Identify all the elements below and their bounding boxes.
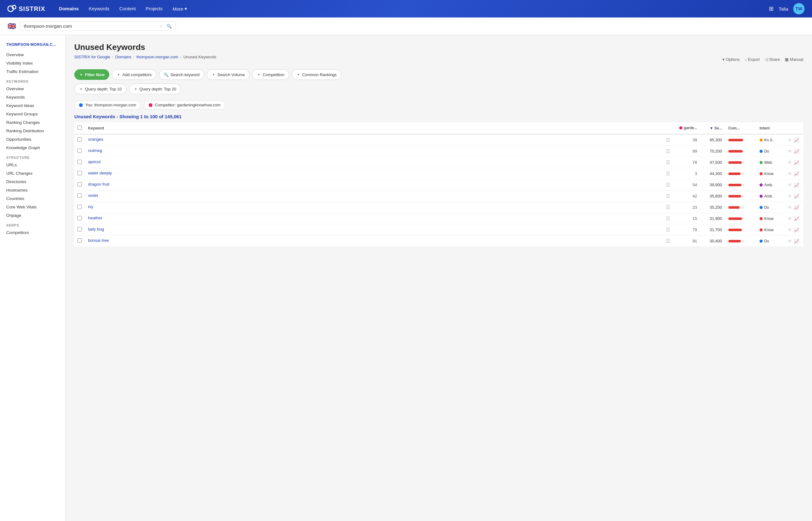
list-icon[interactable]: ☰ — [666, 216, 670, 222]
eye-icon[interactable]: 👁 — [788, 205, 792, 210]
add-competitors-button[interactable]: ＋ Add competitors — [112, 69, 156, 80]
sidebar-item-urls[interactable]: URLs — [0, 161, 65, 169]
list-icon[interactable]: ☰ — [666, 171, 670, 177]
share-button[interactable]: ◁ Share — [765, 57, 780, 62]
sidebar-item-directories[interactable]: Directories — [0, 178, 65, 186]
eye-icon[interactable]: 👁 — [788, 160, 792, 165]
row-checkbox-cell[interactable] — [74, 146, 85, 157]
nav-projects[interactable]: Projects — [142, 3, 167, 14]
row-checkbox-cell[interactable] — [74, 157, 85, 168]
row-checkbox[interactable] — [78, 216, 82, 220]
row-checkbox[interactable] — [78, 194, 82, 198]
options-button[interactable]: ▾ Options — [722, 57, 740, 62]
sidebar-item-traffic-estimation[interactable]: Traffic Estimation — [0, 67, 65, 76]
manual-button[interactable]: ▦ Manual — [785, 57, 803, 62]
breadcrumb-domain[interactable]: thompson-morgan.com — [136, 54, 178, 59]
keyword-link[interactable]: heather — [88, 216, 103, 220]
chart-icon[interactable]: 📈 — [794, 138, 799, 142]
competitor-pill[interactable]: Competitor: gardeningknowhow.com — [144, 100, 225, 110]
row-checkbox[interactable] — [78, 149, 82, 153]
keyword-link[interactable]: lady bug — [88, 227, 104, 231]
list-icon[interactable]: ☰ — [666, 227, 670, 233]
sidebar-item-ranking-distribution[interactable]: Ranking Distribution — [0, 127, 65, 135]
chart-icon[interactable]: 📈 — [794, 239, 799, 244]
sidebar-item-overview-top[interactable]: Overview — [0, 50, 65, 59]
nav-keywords[interactable]: Keywords — [85, 3, 113, 14]
row-checkbox-cell[interactable] — [74, 235, 85, 247]
sidebar-item-kw-overview[interactable]: Overview — [0, 85, 65, 93]
search-input-wrap[interactable]: thompson-morgan.com ☆ 🔍 — [20, 21, 176, 31]
row-checkbox[interactable] — [78, 160, 82, 164]
eye-icon[interactable]: 👁 — [788, 138, 792, 142]
chart-icon[interactable]: 📈 — [794, 205, 799, 210]
chart-icon[interactable]: 📈 — [794, 216, 799, 221]
competition-button[interactable]: ＋ Competition — [252, 69, 289, 80]
list-icon[interactable]: ☰ — [666, 159, 670, 165]
sidebar-item-url-changes[interactable]: URL Changes — [0, 169, 65, 178]
sidebar-item-competitors[interactable]: Competitors — [0, 228, 65, 237]
row-checkbox-cell[interactable] — [74, 213, 85, 224]
sidebar-item-keyword-ideas[interactable]: Keyword Ideas — [0, 101, 65, 110]
list-icon[interactable]: ☰ — [666, 182, 670, 188]
row-checkbox-cell[interactable] — [74, 190, 85, 202]
user-avatar[interactable]: TW — [793, 3, 805, 14]
common-rankings-button[interactable]: ＋ Common Rankings — [292, 69, 342, 80]
th-select-all[interactable] — [74, 122, 85, 134]
select-all-checkbox[interactable] — [78, 126, 82, 130]
sidebar-item-keyword-groups[interactable]: Keyword Groups — [0, 110, 65, 118]
sidebar-item-keywords[interactable]: Keywords — [0, 93, 65, 101]
search-volume-button[interactable]: ＋ Search Volume — [207, 69, 250, 80]
nav-domains[interactable]: Domains — [55, 3, 82, 14]
list-icon[interactable]: ☰ — [666, 238, 670, 244]
sidebar-item-visibility-index[interactable]: Visibility Index — [0, 59, 65, 67]
row-checkbox-cell[interactable] — [74, 134, 85, 146]
keyword-link[interactable]: violet — [88, 193, 98, 198]
chart-icon[interactable]: 📈 — [794, 160, 799, 165]
chart-icon[interactable]: 📈 — [794, 227, 799, 232]
keyword-link[interactable]: oranges — [88, 137, 103, 142]
eye-icon[interactable]: 👁 — [788, 171, 792, 176]
search-icon[interactable]: 🔍 — [167, 24, 172, 29]
row-checkbox[interactable] — [78, 171, 82, 175]
keyword-link[interactable]: ivy — [88, 204, 93, 209]
list-icon[interactable]: ☰ — [666, 148, 670, 154]
row-checkbox[interactable] — [78, 182, 82, 186]
search-keyword-button[interactable]: 🔍 Search keyword — [159, 69, 204, 80]
keyword-link[interactable]: apricot — [88, 159, 101, 164]
sidebar-item-core-web-vitals[interactable]: Core Web Vitals — [0, 203, 65, 211]
sidebar-item-hostnames[interactable]: Hostnames — [0, 186, 65, 195]
sidebar-item-opportunities[interactable]: Opportunities — [0, 135, 65, 143]
eye-icon[interactable]: 👁 — [788, 216, 792, 221]
list-icon[interactable]: ☰ — [666, 137, 670, 143]
breadcrumb-domains[interactable]: Domains — [115, 54, 131, 59]
row-checkbox-cell[interactable] — [74, 168, 85, 179]
eye-icon[interactable]: 👁 — [788, 227, 792, 232]
row-checkbox-cell[interactable] — [74, 202, 85, 213]
eye-icon[interactable]: 👁 — [788, 194, 792, 199]
row-checkbox[interactable] — [78, 205, 82, 209]
list-icon[interactable]: ☰ — [666, 193, 670, 199]
row-checkbox[interactable] — [78, 239, 82, 243]
star-icon[interactable]: ☆ — [159, 24, 163, 29]
keyword-link[interactable]: water deeply — [88, 171, 112, 175]
chart-icon[interactable]: 📈 — [794, 149, 799, 154]
list-icon[interactable]: ☰ — [666, 204, 670, 210]
chart-icon[interactable]: 📈 — [794, 194, 799, 199]
you-pill[interactable]: You: thompson-morgan.com — [74, 100, 141, 110]
row-checkbox[interactable] — [78, 227, 82, 231]
nav-content[interactable]: Content — [115, 3, 140, 14]
th-search-volume[interactable]: ▼ Se... — [700, 122, 725, 134]
sidebar-item-onpage[interactable]: Onpage — [0, 211, 65, 220]
keyword-link[interactable]: dragon fruit — [88, 182, 109, 186]
row-checkbox[interactable] — [78, 137, 82, 142]
grid-icon[interactable]: ⊞ — [769, 5, 774, 12]
row-checkbox-cell[interactable] — [74, 224, 85, 235]
row-checkbox-cell[interactable] — [74, 179, 85, 190]
country-flag[interactable]: 🇬🇧 — [7, 22, 16, 30]
nav-more[interactable]: More ▾ — [169, 3, 191, 14]
query-depth-20-button[interactable]: ＋ Query depth: Top 20 — [129, 84, 181, 94]
query-depth-10-button[interactable]: ＋ Query depth: Top 10 — [74, 84, 127, 94]
keyword-link[interactable]: bonsai tree — [88, 238, 109, 243]
export-button[interactable]: ↓ Export — [745, 57, 760, 62]
breadcrumb-sistrix[interactable]: SISTRIX for Google — [74, 54, 110, 59]
